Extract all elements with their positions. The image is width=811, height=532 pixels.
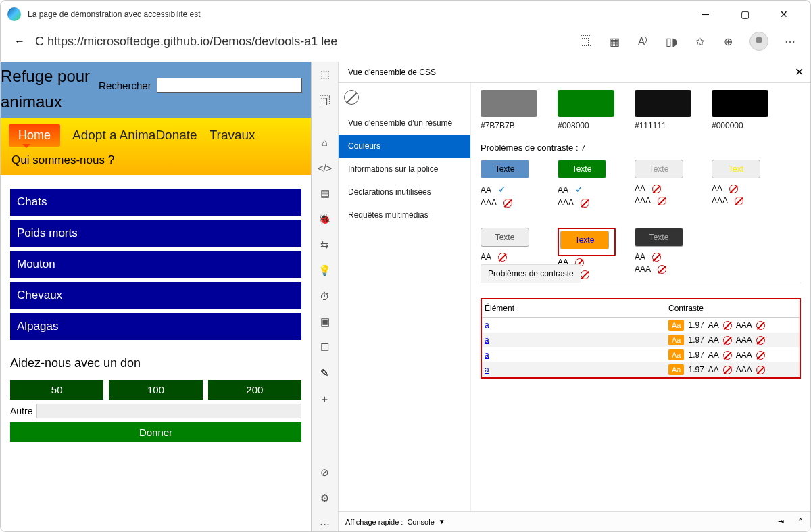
nav-home[interactable]: Home <box>9 124 60 147</box>
device-icon[interactable]: ⿹ <box>318 93 333 107</box>
collections-icon[interactable]: ⊕ <box>721 34 735 48</box>
category-item[interactable]: Mouton <box>10 251 301 278</box>
sources-icon[interactable]: </> <box>318 160 333 175</box>
console-icon[interactable]: ▤ <box>318 186 333 201</box>
profile-avatar[interactable] <box>749 32 768 51</box>
contrast-table-row[interactable]: aAa1.97AAAAA <box>482 318 800 333</box>
elements-icon[interactable]: ⌂ <box>318 135 333 149</box>
category-item[interactable]: Chats <box>10 189 301 216</box>
contrast-sample-chip[interactable]: Texte <box>558 160 606 178</box>
page-preview: Refuge pour Rechercher animaux Home Adop… <box>1 62 312 531</box>
search-input[interactable] <box>157 78 302 93</box>
css-overview-content: #7B7B7B#008000#111111#000000 Problèmes d… <box>471 83 810 511</box>
qr-icon[interactable]: ▦ <box>608 34 621 48</box>
footer-label: Affichage rapide : <box>345 518 403 526</box>
contrast-sample-chip[interactable]: Texte <box>481 228 529 247</box>
css-overview-icon[interactable]: ✎ <box>318 366 333 381</box>
nav-donate[interactable]: Donate <box>155 128 197 143</box>
donate-amount-button[interactable]: 100 <box>109 380 202 400</box>
css-nav-item[interactable]: Déclarations inutilisées <box>339 180 470 203</box>
contrast-sample-chip[interactable]: Text <box>712 160 760 178</box>
contrast-ratings: AAAAA <box>635 183 693 207</box>
css-nav-item[interactable]: Informations sur la police <box>339 158 470 180</box>
favorite-icon[interactable]: ✩ <box>693 34 706 48</box>
color-swatch[interactable] <box>635 90 691 117</box>
footer-value[interactable]: Console <box>407 518 434 526</box>
site-title-line2: animaux <box>1 93 311 112</box>
lighthouse-icon[interactable]: 💡 <box>318 263 333 278</box>
nav-animal[interactable]: Anima <box>120 128 156 143</box>
inspect-icon[interactable]: ⬚ <box>318 67 333 82</box>
nav-jobs[interactable]: Travaux <box>210 128 255 143</box>
close-button[interactable]: ✕ <box>775 5 793 24</box>
memory-icon[interactable]: ▣ <box>318 314 333 329</box>
css-overview-nav: Vue d'ensemble d'un résuméCouleursInform… <box>339 83 471 511</box>
minimize-button[interactable]: ─ <box>696 5 715 24</box>
contrast-sample-chip[interactable]: Texte <box>560 231 609 249</box>
more-icon[interactable]: ⋯ <box>318 516 333 531</box>
window-controls: ─ ▢ ✕ <box>696 5 804 24</box>
contrast-sample-chip[interactable]: Texte <box>635 228 683 247</box>
add-panel-icon[interactable]: ＋ <box>318 391 333 406</box>
contrast-table-row[interactable]: aAa1.97AAAAA <box>482 347 800 362</box>
network-icon[interactable]: ⇆ <box>318 237 333 252</box>
issues-icon[interactable]: ⊘ <box>318 465 333 480</box>
contrast-sample-chip[interactable]: Texte <box>481 160 529 178</box>
url-text[interactable]: C https://microsoftedge.github.io/Demos/… <box>35 34 337 49</box>
contrast-table-row[interactable]: aAa1.97AAAAA <box>482 362 800 377</box>
donate-section: Aidez-nous avec un don 50100200 Autre Do… <box>1 349 311 449</box>
browser-tab-title[interactable]: La page de démonstration avec accessibil… <box>28 9 201 19</box>
contrast-table-row[interactable]: aAa1.97AAAAA <box>482 333 800 347</box>
donate-other-input[interactable] <box>36 404 301 418</box>
contrast-ratings: AAAAA <box>712 183 770 207</box>
back-button[interactable]: ← <box>14 35 25 47</box>
panel-title: Vue d'ensemble de CSS <box>345 68 439 77</box>
contrast-ratings: AA✓AAA <box>481 183 539 209</box>
footer-expand-icon[interactable]: ⌃ <box>797 517 804 526</box>
footer-dock-icon[interactable]: ⇥ <box>778 517 784 526</box>
category-item[interactable]: Chevaux <box>10 282 301 309</box>
panel-close-icon[interactable]: ✕ <box>795 66 804 78</box>
swatch-label: #7B7B7B <box>481 121 537 130</box>
css-nav-item[interactable]: Vue d'ensemble d'un résumé <box>339 112 470 135</box>
swatch-label: #000000 <box>712 121 768 130</box>
nav-adopt[interactable]: Adopt a <box>72 128 117 143</box>
clear-icon[interactable] <box>344 90 359 105</box>
search-label: Rechercher <box>93 80 157 91</box>
contrast-ratings: AA✓AAA <box>558 183 616 209</box>
main-nav: Home Adopt a Anima Donate Travaux Qui so… <box>1 118 311 175</box>
read-aloud-icon[interactable]: A⁾ <box>636 34 649 48</box>
footer-chevron-icon[interactable]: ▼ <box>439 518 445 525</box>
donate-other-label: Autre <box>10 406 32 416</box>
color-swatch[interactable] <box>712 90 768 117</box>
bug-icon[interactable]: 🐞 <box>318 212 333 226</box>
nav-about[interactable]: Qui sommes-nous ? <box>9 147 303 168</box>
devtools-panel: Vue d'ensemble de CSS ✕ Vue d'ensemble d… <box>339 62 810 531</box>
contrast-sample-chip[interactable]: Texte <box>635 160 683 178</box>
responsive-icon[interactable]: ⿹ <box>579 34 593 48</box>
donate-submit-button[interactable]: Donner <box>10 422 301 442</box>
donate-title: Aidez-nous avec un don <box>10 356 301 370</box>
performance-icon[interactable]: ⏱ <box>318 289 333 304</box>
swatch-label: #111111 <box>635 121 691 130</box>
maximize-button[interactable]: ▢ <box>735 5 754 24</box>
color-swatch[interactable] <box>481 90 537 117</box>
css-nav-item[interactable]: Requêtes multimédias <box>339 203 470 226</box>
reader-icon[interactable]: ▯◗ <box>664 34 678 48</box>
table-header-element: Élément <box>485 304 668 313</box>
donate-amount-button[interactable]: 200 <box>208 380 301 400</box>
application-icon[interactable]: ☐ <box>318 340 333 355</box>
devtools-icon-strip: ⬚ ⿹ ⌂ </> ▤ 🐞 ⇆ 💡 ⏱ ▣ ☐ ✎ ＋ ⊘ ⚙ ⋯ <box>312 62 339 531</box>
donate-amount-button[interactable]: 50 <box>10 380 103 400</box>
category-item[interactable]: Alpagas <box>10 313 301 340</box>
devtools-footer: Affichage rapide : Console ▼ ⇥ ⌃ <box>339 511 810 531</box>
table-header-contrast: Contraste <box>668 304 797 313</box>
settings-icon[interactable]: ⚙ <box>318 491 333 506</box>
contrast-issues-tab[interactable]: Problèmes de contraste <box>481 264 581 283</box>
color-swatch[interactable] <box>558 90 614 117</box>
site-title-line1: Refuge pour <box>1 67 90 87</box>
css-nav-item[interactable]: Couleurs <box>339 135 470 158</box>
swatch-label: #008000 <box>558 121 614 130</box>
category-item[interactable]: Poids morts <box>10 220 301 247</box>
menu-icon[interactable]: ⋯ <box>783 34 797 48</box>
